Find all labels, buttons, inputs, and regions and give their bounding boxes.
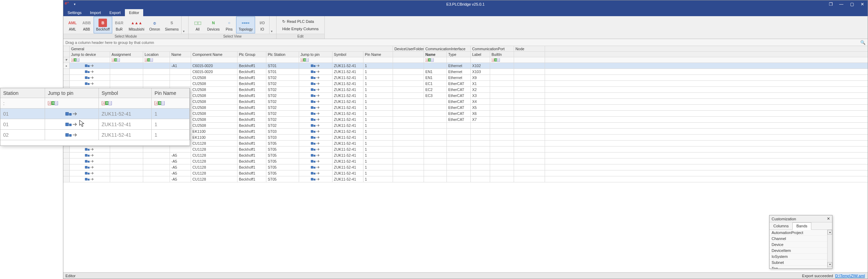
cell-name[interactable]: -A1 [170, 63, 191, 69]
zoom-cell-sym[interactable]: ZUK11-52-41 [99, 109, 152, 119]
cell-ciname[interactable] [424, 117, 447, 122]
cell-plcg[interactable]: Beckhoff1 [237, 164, 266, 170]
col-assignment[interactable]: Assignment [110, 52, 143, 57]
cell-name[interactable] [170, 69, 191, 74]
cell-ciname[interactable] [424, 147, 447, 152]
cell-pin[interactable]: 1 [363, 117, 393, 122]
cust-scrollbar[interactable]: ▴ ▾ [827, 230, 832, 268]
table-row[interactable]: ▸-A1C6015-0020Beckhoff1ST01ZUK11-52-411E… [63, 63, 868, 69]
cell-citype[interactable] [447, 170, 471, 176]
cell-citype[interactable]: Ethernet [447, 69, 471, 74]
cell-sym[interactable]: ZUK11-52-41 [332, 81, 363, 86]
cell-pin[interactable]: 1 [363, 111, 393, 116]
close-button[interactable]: ✕ [857, 0, 868, 8]
cell-duf[interactable] [393, 164, 424, 170]
cell-cpbuilt[interactable] [490, 176, 514, 182]
tab-import[interactable]: Import [86, 9, 105, 16]
cell-jtd[interactable] [70, 81, 110, 86]
cell-comp[interactable]: CU2508 [191, 105, 237, 110]
cell-pin[interactable]: 1 [363, 81, 393, 86]
cell-name[interactable] [170, 147, 191, 152]
zoom-cell-pin[interactable]: 1 [152, 130, 190, 140]
col-name[interactable]: Name [170, 52, 191, 57]
cell-asg[interactable] [110, 147, 143, 152]
cell-sym[interactable]: ZUK11-52-41 [332, 87, 363, 92]
tab-settings[interactable]: Settings [63, 9, 86, 16]
cell-pin[interactable]: 1 [363, 123, 393, 128]
zoom-col-pin-name[interactable]: Pin Name [152, 88, 190, 98]
cell-jtp[interactable] [299, 147, 332, 152]
cell-plcs[interactable]: ST02 [266, 117, 299, 122]
cell-citype[interactable]: EtherCAT [447, 111, 471, 116]
cell-ciname[interactable]: EC1 [424, 81, 447, 86]
cell-cpbuilt[interactable] [490, 123, 514, 128]
cell-citype[interactable]: Ethernet [447, 63, 471, 69]
cell-cpbuilt[interactable] [490, 93, 514, 98]
cell-cpbuilt[interactable] [490, 99, 514, 104]
cell-plcs[interactable]: ST05 [266, 176, 299, 182]
cell-jtp[interactable] [299, 87, 332, 92]
cell-pin[interactable]: 1 [363, 93, 393, 98]
cell-cplabel[interactable] [471, 135, 490, 140]
cell-node[interactable] [514, 87, 545, 92]
cell-citype[interactable] [447, 123, 471, 128]
module-siemens-button[interactable]: SSiemens [163, 17, 181, 33]
cell-plcg[interactable]: Beckhoff1 [237, 170, 266, 176]
cell-node[interactable] [514, 81, 545, 86]
cell-sym[interactable]: ZUK11-52-41 [332, 117, 363, 122]
cell-asg[interactable] [110, 164, 143, 170]
cell-asg[interactable] [110, 158, 143, 164]
cell-plcg[interactable]: Beckhoff1 [237, 129, 266, 134]
cell-sym[interactable]: ZUK11-52-41 [332, 170, 363, 176]
cell-cpbuilt[interactable] [490, 158, 514, 164]
cell-plcg[interactable]: Beckhoff1 [237, 135, 266, 140]
cell-name[interactable]: -A5 [170, 158, 191, 164]
cell-loc[interactable] [143, 153, 170, 158]
cell-comp[interactable]: EK1100 [191, 135, 237, 140]
cell-cpbuilt[interactable] [490, 170, 514, 176]
module-beckhoff-button[interactable]: BBeckhoff [94, 17, 112, 33]
cell-cpbuilt[interactable] [490, 147, 514, 152]
cust-tab-columns[interactable]: Columns [769, 222, 792, 229]
cell-jtp[interactable] [299, 129, 332, 134]
cell-plcs[interactable]: ST01 [266, 69, 299, 74]
view-io-button[interactable]: I/OIO [255, 17, 269, 33]
cell-sym[interactable]: ZUK11-52-41 [332, 93, 363, 98]
col-pin-name[interactable]: Pin Name [363, 52, 393, 57]
cell-cplabel[interactable]: X102 [471, 63, 490, 69]
cell-pin[interactable]: 1 [363, 141, 393, 146]
cell-cpbuilt[interactable] [490, 141, 514, 146]
qat-dropdown-icon[interactable]: ▾ [74, 2, 79, 6]
col-ci-name[interactable]: Name [424, 52, 447, 57]
cell-plcs[interactable]: ST05 [266, 164, 299, 170]
cell-citype[interactable] [447, 164, 471, 170]
col-plc-group[interactable]: Plc Group [237, 52, 266, 57]
cell-citype[interactable]: Ethernet [447, 75, 471, 80]
cell-plcg[interactable]: Beckhoff1 [237, 153, 266, 158]
cell-pin[interactable]: 1 [363, 129, 393, 134]
cell-sym[interactable]: ZUK11-52-41 [332, 75, 363, 80]
cell-node[interactable] [514, 69, 545, 74]
col-jump-to-device[interactable]: Jump to device [70, 52, 110, 57]
band-communicationinterface[interactable]: CommunicationInterface [424, 46, 471, 51]
cell-sym[interactable]: ZUK11-52-41 [332, 105, 363, 110]
cust-item[interactable]: Device [769, 242, 827, 248]
view-all-button[interactable]: ⬚⬚All [191, 17, 205, 33]
cell-jtp[interactable] [299, 63, 332, 69]
cell-ciname[interactable] [424, 176, 447, 182]
cell-jtp[interactable] [299, 117, 332, 122]
cell-ciname[interactable] [424, 135, 447, 140]
cell-ciname[interactable] [424, 123, 447, 128]
col-symbol[interactable]: Symbol [332, 52, 363, 57]
cell-comp[interactable]: CU1128 [191, 158, 237, 164]
cust-item[interactable]: IoSystem [769, 254, 827, 260]
cell-duf[interactable] [393, 158, 424, 164]
cell-duf[interactable] [393, 147, 424, 152]
cell-pin[interactable]: 1 [363, 63, 393, 69]
cell-comp[interactable]: CU1128 [191, 141, 237, 146]
cell-cpbuilt[interactable] [490, 129, 514, 134]
view-devices-button[interactable]: NDevices [205, 17, 222, 33]
cust-item[interactable]: AutomationProject [769, 230, 827, 236]
cell-citype[interactable]: EtherCAT [447, 93, 471, 98]
cell-plcg[interactable]: Beckhoff1 [237, 176, 266, 182]
